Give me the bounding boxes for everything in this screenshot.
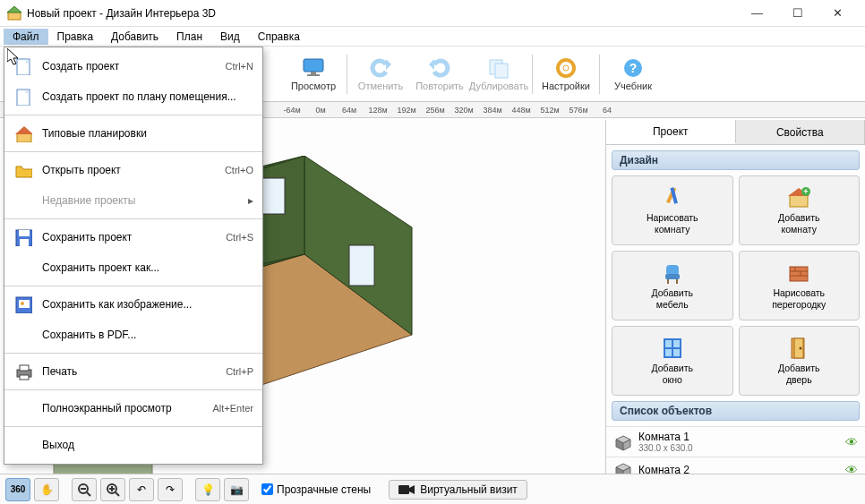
file-menu-item[interactable]: Сохранить в PDF... (4, 320, 262, 350)
print-icon (13, 363, 33, 380)
toolbar-duplicate[interactable]: Дублировать (470, 50, 527, 98)
light-button[interactable]: 💡 (195, 478, 220, 501)
svg-marker-1 (7, 6, 21, 13)
file-menu-item[interactable]: Создать проектCtrl+N (4, 51, 262, 81)
svg-rect-70 (19, 300, 30, 308)
svg-line-55 (116, 492, 119, 496)
file-menu-item[interactable]: Открыть проектCtrl+O (4, 155, 262, 185)
svg-rect-67 (19, 230, 30, 236)
help-icon: ? (621, 57, 646, 79)
camera-icon (398, 484, 415, 495)
svg-point-44 (800, 347, 802, 350)
toolbar-redo[interactable]: Повторить (411, 50, 468, 98)
file-menu-item[interactable]: Типовые планировки (4, 118, 262, 149)
cube-icon (613, 461, 633, 474)
toolbar-preview[interactable]: Просмотр (285, 50, 342, 98)
cursor-icon (7, 48, 21, 66)
menu-item-label: Создать проект (42, 60, 217, 73)
svg-rect-2 (304, 59, 323, 72)
toolbar-settings[interactable]: Настройки (537, 50, 595, 98)
redo-icon (427, 57, 452, 79)
menu-help[interactable]: Справка (249, 29, 309, 45)
submenu-arrow-icon: ▸ (248, 194, 253, 207)
file-menu-item[interactable]: Сохранить как изображение... (4, 289, 262, 320)
svg-rect-4 (307, 74, 320, 76)
visibility-icon[interactable]: 👁 (845, 463, 858, 474)
minimize-button[interactable]: — (737, 1, 777, 26)
wall-icon (786, 261, 811, 285)
card-add-window[interactable]: Добавитьокно (612, 326, 733, 396)
virtual-visit-button[interactable]: Виртуальный визит (389, 480, 527, 500)
door-icon (786, 337, 811, 360)
card-add-door[interactable]: Добавитьдверь (739, 326, 861, 396)
svg-line-52 (87, 492, 90, 496)
menu-item-label: Создать проект по плану помещения... (42, 90, 253, 103)
menu-file[interactable]: Файл (4, 29, 48, 45)
pencil-icon (660, 186, 685, 209)
section-design: Дизайн (612, 150, 860, 170)
svg-marker-5 (386, 59, 391, 70)
view-360-button[interactable]: 360 (5, 478, 30, 501)
menu-item-label: Сохранить в PDF... (42, 329, 253, 341)
svg-marker-75 (7, 48, 18, 64)
menu-edit[interactable]: Правка (48, 29, 103, 45)
rotate-right-button[interactable]: ↷ (158, 478, 183, 501)
file-menu-item[interactable]: Выход (4, 430, 262, 460)
zoom-out-button[interactable] (72, 478, 97, 501)
svg-rect-8 (495, 64, 508, 78)
menu-item-label: Полноэкранный просмотр (42, 402, 203, 414)
statusbar: 360 ✋ ↶ ↷ 💡 📷 Прозрачные стены Виртуальн… (0, 474, 865, 504)
menu-add[interactable]: Добавить (102, 29, 167, 45)
section-objects: Список объектов (612, 401, 860, 421)
close-button[interactable]: ✕ (818, 1, 858, 26)
svg-rect-73 (20, 365, 29, 371)
file-menu-item[interactable]: Сохранить проект как... (4, 252, 262, 283)
svg-text:?: ? (629, 61, 638, 75)
file-menu-item[interactable]: Полноэкранный просмотрAlt+Enter (4, 393, 262, 423)
menubar: Файл Правка Добавить План Вид Справка (0, 27, 865, 47)
object-row[interactable]: Комната 2 👁 (606, 457, 865, 474)
file-menu-item: Недавние проекты▸ (4, 185, 262, 216)
menu-view[interactable]: Вид (211, 29, 249, 45)
card-draw-partition[interactable]: Нарисоватьперегородку (739, 251, 861, 320)
transparent-walls-input[interactable] (261, 483, 273, 495)
saveimg-icon (13, 295, 33, 313)
object-row[interactable]: Комната 1 330.0 x 630.0 👁 (606, 426, 865, 457)
file-menu-item[interactable]: Сохранить проектCtrl+S (4, 222, 262, 252)
card-add-furniture[interactable]: Добавитьмебель (612, 251, 733, 320)
rotate-left-button[interactable]: ↶ (129, 478, 154, 501)
svg-marker-65 (15, 126, 32, 134)
window-title: Новый проект - Дизайн Интерьера 3D (27, 7, 737, 20)
menu-item-label: Открыть проект (42, 164, 216, 176)
svg-rect-21 (260, 178, 285, 214)
card-draw-room[interactable]: Нарисоватькомнату (612, 175, 733, 245)
tab-properties[interactable]: Свойства (736, 120, 866, 144)
pan-button[interactable]: ✋ (34, 478, 59, 501)
gear-icon (553, 57, 578, 79)
toolbar-tutorial[interactable]: ? Учебник (604, 50, 662, 98)
transparent-walls-checkbox[interactable]: Прозрачные стены (261, 483, 371, 496)
svg-rect-74 (20, 375, 29, 380)
menu-shortcut: Ctrl+N (226, 61, 253, 72)
file-menu-item[interactable]: Создать проект по плану помещения... (4, 81, 262, 112)
card-add-room[interactable]: + Добавитькомнату (739, 175, 861, 245)
maximize-button[interactable]: ☐ (777, 1, 818, 26)
menu-item-label: Сохранить проект (42, 231, 217, 243)
tab-project[interactable]: Проект (606, 120, 736, 144)
camera-button[interactable]: 📷 (224, 478, 249, 501)
object-list: Комната 1 330.0 x 630.0 👁 Комната 2 👁 (606, 426, 865, 474)
menu-item-label: Сохранить как изображение... (42, 298, 253, 311)
svg-marker-6 (429, 59, 434, 70)
zoom-out-icon (77, 483, 91, 497)
menu-plan[interactable]: План (167, 29, 211, 45)
toolbar-undo[interactable]: Отменить (352, 50, 409, 98)
svg-text:+: + (804, 187, 809, 196)
visibility-icon[interactable]: 👁 (845, 435, 858, 449)
file-menu-item[interactable]: ПечатьCtrl+P (4, 356, 262, 387)
menu-item-label: Сохранить проект как... (42, 261, 253, 274)
house-icon (13, 124, 33, 142)
menu-separator (4, 151, 262, 152)
save-icon (13, 228, 33, 246)
zoom-in-button[interactable] (100, 478, 125, 501)
menu-separator (4, 115, 262, 115)
